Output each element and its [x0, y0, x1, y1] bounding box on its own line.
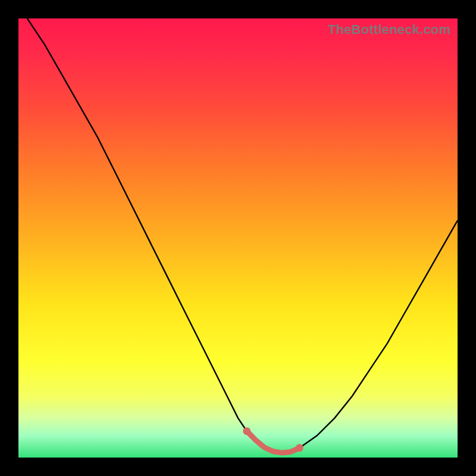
curve-layer	[18, 18, 458, 458]
bottleneck-curve	[27, 18, 458, 453]
plot-area: TheBottleneck.com	[18, 18, 458, 458]
flat-region-markers	[243, 427, 303, 453]
flat-region-end-dot	[296, 444, 303, 452]
flat-region-stroke	[247, 431, 300, 453]
flat-region-end-dot	[243, 427, 250, 435]
figure-canvas: TheBottleneck.com	[0, 0, 476, 476]
